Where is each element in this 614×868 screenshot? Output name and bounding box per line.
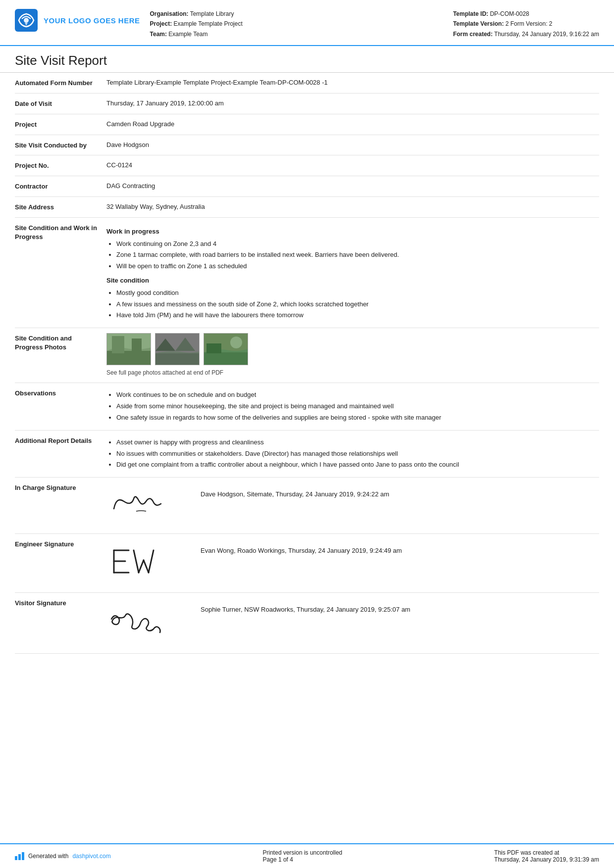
visitor-sig-row: Visitor Signature Sophie Turner, NSW Roa… <box>15 593 599 654</box>
svg-line-16 <box>134 550 139 573</box>
site-address-value: 32 Wallaby Way, Sydney, Australia <box>106 202 599 212</box>
automated-form-number-value: Template Library-Example Template Projec… <box>106 78 599 88</box>
site-condition-row: Site Condition and Work in Progress Work… <box>15 218 599 328</box>
engineer-sig-text: Evan Wong, Roado Workings, Thursday, 24 … <box>201 546 402 556</box>
list-item: Asset owner is happy with progress and c… <box>116 437 599 448</box>
project-field-label: Project <box>15 119 106 129</box>
page-number: Page 1 of 4 <box>263 856 343 863</box>
list-item: Work continues to be on schedule and on … <box>116 390 599 400</box>
list-item: Did get one complaint from a traffic con… <box>116 460 599 470</box>
in-charge-sig-block: Dave Hodgson, Sitemate, Thursday, 24 Jan… <box>106 482 599 529</box>
in-charge-sig-text: Dave Hodgson, Sitemate, Thursday, 24 Jan… <box>201 489 389 500</box>
in-charge-sig-value: Dave Hodgson, Sitemate, Thursday, 24 Jan… <box>106 482 599 529</box>
site-address-label: Site Address <box>15 202 106 212</box>
site-condition-value: Work in progress Work continuing on Zone… <box>106 223 599 323</box>
list-item: Aside from some minor housekeeping, the … <box>116 401 599 412</box>
page-footer: Generated with dashpivot.com Printed ver… <box>0 843 614 868</box>
visitor-sig-value: Sophie Turner, NSW Roadworks, Thursday, … <box>106 598 599 649</box>
project-no-value: CC-0124 <box>106 160 599 171</box>
bar3 <box>22 852 24 860</box>
visitor-sig-label: Visitor Signature <box>15 598 106 608</box>
project-field-value: Camden Road Upgrade <box>106 119 599 130</box>
photo-thumbnails <box>106 333 599 365</box>
svg-rect-5 <box>132 338 142 353</box>
observations-value: Work continues to be on schedule and on … <box>106 388 599 425</box>
generated-text: Generated with <box>28 853 68 860</box>
template-id-value: DP-COM-0028 <box>490 10 529 17</box>
pdf-created-label: This PDF was created at <box>494 849 599 856</box>
list-item: Work continuing on Zone 2,3 and 4 <box>116 239 599 249</box>
header-right: Template ID: DP-COM-0028 Template Versio… <box>453 9 599 39</box>
photo-thumbnail-2 <box>155 333 200 365</box>
list-item: Will be open to traffic on Zone 1 as sch… <box>116 261 599 272</box>
date-of-visit-row: Date of Visit Thursday, 17 January 2019,… <box>15 94 599 114</box>
site-address-row: Site Address 32 Wallaby Way, Sydney, Aus… <box>15 197 599 218</box>
team-value: Example Team <box>168 31 207 38</box>
svg-point-10 <box>230 337 242 348</box>
page-label: Page <box>263 856 278 863</box>
project-row: Project Camden Road Upgrade <box>15 114 599 135</box>
form-created-value: Thursday, 24 January 2019, 9:16:22 am <box>494 31 599 38</box>
dashpivot-link[interactable]: dashpivot.com <box>72 853 110 860</box>
project-no-row: Project No. CC-0124 <box>15 155 599 176</box>
list-item: One safety issue in regards to how some … <box>116 413 599 423</box>
additional-report-label: Additional Report Details <box>15 435 106 445</box>
automated-form-number-row: Automated Form Number Template Library-E… <box>15 73 599 94</box>
footer-logo: Generated with dashpivot.com <box>15 852 111 860</box>
photos-row: Site Condition and Progress Photos <box>15 328 599 383</box>
photo-thumbnail-3 <box>204 333 248 365</box>
svg-line-18 <box>144 560 149 573</box>
svg-line-19 <box>149 550 154 573</box>
footer-pdf-info: This PDF was created at Thursday, 24 Jan… <box>494 849 599 863</box>
project-label: Project: <box>150 20 172 27</box>
in-charge-sig-image <box>106 486 186 525</box>
template-version-label: Template Version: <box>453 20 504 27</box>
svg-rect-11 <box>206 343 221 353</box>
photos-label: Site Condition and Progress Photos <box>15 333 106 352</box>
contractor-row: Contractor DAG Contracting <box>15 176 599 197</box>
bar2 <box>18 854 21 860</box>
automated-form-number-label: Automated Form Number <box>15 78 106 88</box>
site-visit-conducted-label: Site Visit Conducted by <box>15 140 106 150</box>
photos-value: See full page photos attached at end of … <box>106 333 599 378</box>
footer-uncontrolled: Printed version is uncontrolled Page 1 o… <box>263 849 343 863</box>
engineer-sig-image <box>106 543 186 583</box>
list-item: Mostly good condition <box>116 288 599 298</box>
observations-list: Work continues to be on schedule and on … <box>116 390 599 423</box>
org-label: Organisation: <box>150 10 189 17</box>
visitor-sig-text: Sophie Turner, NSW Roadworks, Thursday, … <box>201 605 410 615</box>
site-visit-conducted-value: Dave Hodgson <box>106 140 599 150</box>
photo-thumbnail-1 <box>106 333 151 365</box>
date-of-visit-label: Date of Visit <box>15 98 106 108</box>
photos-caption: See full page photos attached at end of … <box>106 368 599 378</box>
engineer-sig-label: Engineer Signature <box>15 539 106 549</box>
svg-rect-7 <box>155 353 200 365</box>
bar1 <box>15 856 17 860</box>
additional-list: Asset owner is happy with progress and c… <box>116 437 599 470</box>
dashpivot-icon <box>15 852 24 860</box>
in-charge-sig-label: In Charge Signature <box>15 482 106 492</box>
list-item: Have told Jim (PM) and he will have the … <box>116 310 599 321</box>
site-condition-list1: Work continuing on Zone 2,3 and 4 Zone 1… <box>116 239 599 272</box>
page-title: Site Visit Report <box>0 46 614 73</box>
engineer-sig-row: Engineer Signature <box>15 534 599 593</box>
logo-area: YOUR LOGO GOES HERE <box>15 9 140 32</box>
template-id-label: Template ID: <box>453 10 488 17</box>
observations-label: Observations <box>15 388 106 398</box>
engineer-sig-value: Evan Wong, Roado Workings, Thursday, 24 … <box>106 539 599 587</box>
engineer-sig-block: Evan Wong, Roado Workings, Thursday, 24 … <box>106 539 599 587</box>
site-condition-heading2: Site condition <box>106 276 599 286</box>
svg-point-1 <box>24 18 29 23</box>
site-condition-label: Site Condition and Work in Progress <box>15 223 106 241</box>
visitor-sig-block: Sophie Turner, NSW Roadworks, Thursday, … <box>106 598 599 649</box>
page-num: 1 <box>278 856 282 863</box>
contractor-label: Contractor <box>15 181 106 191</box>
site-condition-list2: Mostly good condition A few issues and m… <box>116 288 599 321</box>
additional-report-row: Additional Report Details Asset owner is… <box>15 431 599 478</box>
date-of-visit-value: Thursday, 17 January 2019, 12:00:00 am <box>106 98 599 109</box>
project-value: Example Template Project <box>174 20 243 27</box>
form-version-label: Form Version: <box>511 20 548 27</box>
list-item: Zone 1 tarmac complete, with road barrie… <box>116 250 599 260</box>
in-charge-sig-row: In Charge Signature Dave Hodgson, Sitema… <box>15 478 599 534</box>
list-item: A few issues and messiness on the south … <box>116 299 599 310</box>
